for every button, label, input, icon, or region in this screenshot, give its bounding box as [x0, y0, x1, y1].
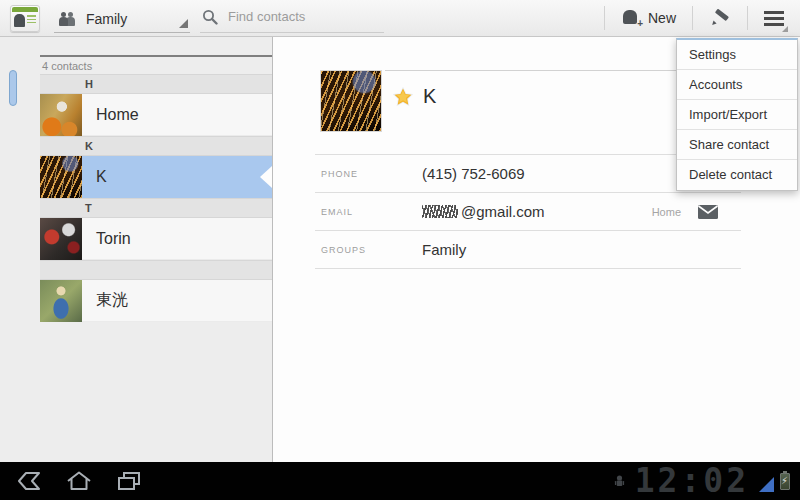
- contact-list-item[interactable]: Home: [40, 94, 272, 136]
- group-icon: [58, 12, 78, 26]
- search-box[interactable]: [200, 3, 384, 33]
- contact-photo: [40, 280, 82, 322]
- group-filter-label: Family: [86, 11, 127, 27]
- overflow-menu: SettingsAccountsImport/ExportShare conta…: [676, 38, 798, 191]
- contact-photo: [40, 218, 82, 260]
- field-value: Family: [422, 241, 466, 258]
- search-icon: [202, 9, 218, 25]
- menu-icon: [764, 11, 784, 26]
- battery-charging-icon: [780, 473, 790, 490]
- contact-list-item[interactable]: 東洸: [40, 280, 272, 322]
- back-icon: [15, 470, 43, 492]
- wifi-icon: [759, 477, 774, 492]
- contact-list-item[interactable]: Torin: [40, 218, 272, 260]
- pencil-icon: [709, 8, 731, 28]
- contact-list: 4 contacts HHomeKKTTorin東洸: [40, 37, 272, 462]
- contact-photo: [40, 94, 82, 136]
- field-label: EMAIL: [315, 207, 422, 217]
- contacts-app-icon[interactable]: [10, 5, 40, 32]
- email-envelope-icon[interactable]: [697, 204, 719, 220]
- contact-list-name: K: [96, 168, 107, 186]
- overflow-menu-button[interactable]: [748, 0, 800, 36]
- app-icon-lines: [27, 15, 36, 25]
- field-label: PHONE: [315, 169, 422, 179]
- edit-contact-button[interactable]: [693, 0, 747, 36]
- contact-count-label: 4 contacts: [40, 55, 272, 74]
- detail-field-row-groups[interactable]: GROUPSFamily: [315, 231, 741, 269]
- field-value: (415) 752-6069: [422, 165, 525, 182]
- contact-list-name: Torin: [96, 230, 131, 248]
- add-contact-icon: +: [621, 10, 641, 26]
- new-contact-label: New: [648, 10, 676, 26]
- action-bar: Family + New: [0, 0, 800, 37]
- contact-list-name: 東洸: [96, 290, 128, 311]
- field-value: @gmail.com: [422, 203, 545, 220]
- field-type-label: Home: [652, 206, 681, 218]
- new-contact-button[interactable]: + New: [605, 0, 692, 36]
- scrollbar-thumb[interactable]: [9, 70, 17, 106]
- section-header: K: [40, 136, 272, 156]
- group-filter-spinner[interactable]: Family: [54, 3, 190, 33]
- recent-apps-icon: [115, 470, 143, 492]
- section-header: [40, 260, 272, 280]
- clock[interactable]: 12:02: [635, 462, 749, 500]
- home-button[interactable]: [54, 462, 104, 500]
- contact-name: K: [423, 85, 436, 108]
- menu-item-import-export[interactable]: Import/Export: [677, 100, 797, 130]
- recent-apps-button[interactable]: [104, 462, 154, 500]
- android-robot-icon: [612, 474, 627, 489]
- contact-list-item[interactable]: K: [40, 156, 272, 198]
- field-label: GROUPS: [315, 245, 422, 255]
- redacted-text: [422, 205, 458, 218]
- back-button[interactable]: [4, 462, 54, 500]
- system-bar: 12:02: [0, 462, 800, 500]
- menu-item-delete-contact[interactable]: Delete contact: [677, 160, 797, 190]
- home-icon: [65, 470, 93, 492]
- detail-field-row-email[interactable]: EMAIL@gmail.comHome: [315, 193, 741, 231]
- app-icon-robot: [14, 14, 25, 27]
- favorite-star-icon[interactable]: [393, 87, 413, 107]
- section-header: T: [40, 198, 272, 218]
- menu-item-settings[interactable]: Settings: [677, 40, 797, 70]
- search-input[interactable]: [228, 9, 368, 24]
- app-icon-band: [12, 7, 38, 12]
- contact-list-name: Home: [96, 106, 139, 124]
- section-header: H: [40, 74, 272, 94]
- menu-item-accounts[interactable]: Accounts: [677, 70, 797, 100]
- menu-item-share-contact[interactable]: Share contact: [677, 130, 797, 160]
- chevron-down-icon: [179, 19, 188, 28]
- contact-photo-large[interactable]: [320, 70, 382, 132]
- contact-photo: [40, 156, 82, 198]
